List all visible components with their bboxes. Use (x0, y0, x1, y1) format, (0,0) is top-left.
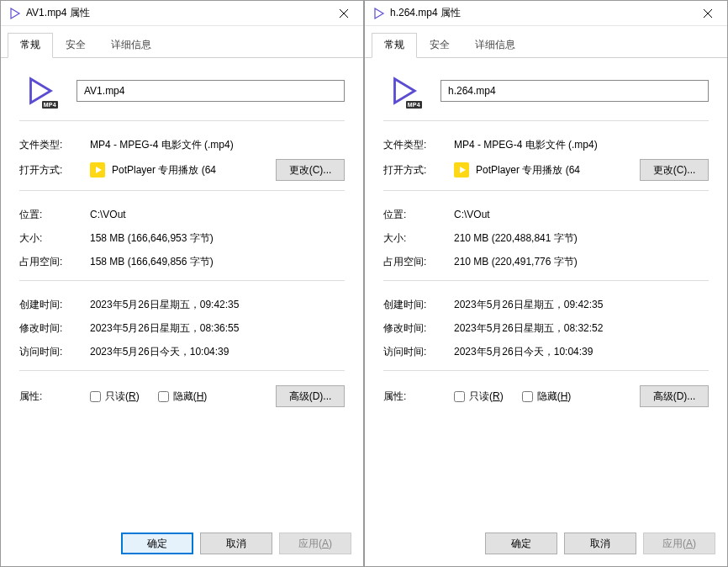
window-title: h.264.mp4 属性 (390, 6, 688, 20)
video-file-icon: MP4 (21, 73, 56, 109)
ok-button[interactable]: 确定 (485, 533, 557, 554)
size-value: 210 MB (220,488,841 字节) (454, 231, 709, 246)
svg-marker-3 (31, 79, 51, 103)
created-value: 2023年5月26日星期五，09:42:35 (90, 298, 345, 312)
apply-button[interactable]: 应用(A) (279, 533, 351, 554)
attributes-label: 属性: (19, 389, 90, 404)
location-value: C:\VOut (454, 209, 709, 220)
titlebar[interactable]: AV1.mp4 属性 (1, 1, 363, 26)
diskspace-label: 占用空间: (19, 255, 90, 269)
svg-marker-7 (395, 79, 415, 103)
tab-security[interactable]: 安全 (53, 33, 98, 57)
change-app-button[interactable]: 更改(C)... (276, 159, 345, 181)
location-value: C:\VOut (90, 209, 345, 220)
attributes-label: 属性: (383, 389, 454, 404)
filetype-value: MP4 - MPEG-4 电影文件 (.mp4) (454, 138, 709, 152)
modified-value: 2023年5月26日星期五，08:32:52 (454, 321, 709, 336)
titlebar[interactable]: h.264.mp4 属性 (365, 1, 727, 26)
tab-strip: 常规安全详细信息 (1, 26, 363, 58)
tab-general[interactable]: 常规 (372, 33, 417, 58)
diskspace-label: 占用空间: (383, 255, 454, 269)
tab-content: MP4文件类型:MP4 - MPEG-4 电影文件 (.mp4)打开方式:Pot… (365, 58, 727, 524)
created-label: 创建时间: (383, 298, 454, 312)
tab-content: MP4文件类型:MP4 - MPEG-4 电影文件 (.mp4)打开方式:Pot… (1, 58, 363, 524)
tab-strip: 常规安全详细信息 (365, 26, 727, 58)
readonly-checkbox[interactable]: 只读(R) (454, 389, 504, 404)
advanced-button[interactable]: 高级(D)... (276, 385, 345, 407)
file-icon (8, 7, 21, 20)
accessed-label: 访问时间: (19, 345, 90, 359)
potplayer-icon (454, 162, 469, 178)
openwith-label: 打开方式: (383, 163, 454, 178)
openwith-app: PotPlayer 专用播放 (64 (476, 163, 633, 178)
created-value: 2023年5月26日星期五，09:42:35 (454, 298, 709, 312)
file-icon (372, 7, 385, 20)
ok-button[interactable]: 确定 (121, 533, 193, 554)
change-app-button[interactable]: 更改(C)... (640, 159, 709, 181)
tab-details[interactable]: 详细信息 (98, 33, 164, 57)
openwith-label: 打开方式: (19, 163, 90, 178)
accessed-value: 2023年5月26日今天，10:04:39 (454, 345, 709, 359)
dialog-footer: 确定取消应用(A) (365, 524, 727, 566)
filename-input[interactable] (440, 80, 709, 102)
modified-label: 修改时间: (19, 321, 90, 336)
diskspace-value: 210 MB (220,491,776 字节) (454, 255, 709, 269)
window-title: AV1.mp4 属性 (26, 6, 324, 20)
potplayer-icon (90, 162, 105, 178)
cancel-button[interactable]: 取消 (200, 533, 272, 554)
filetype-label: 文件类型: (19, 138, 90, 152)
hidden-checkbox[interactable]: 隐藏(H) (158, 389, 208, 404)
location-label: 位置: (383, 208, 454, 222)
properties-dialog: AV1.mp4 属性常规安全详细信息MP4文件类型:MP4 - MPEG-4 电… (0, 0, 364, 567)
modified-value: 2023年5月26日星期五，08:36:55 (90, 321, 345, 336)
tab-general[interactable]: 常规 (8, 33, 53, 58)
svg-marker-0 (11, 8, 19, 19)
created-label: 创建时间: (19, 298, 90, 312)
cancel-button[interactable]: 取消 (564, 533, 636, 554)
close-button[interactable] (688, 1, 727, 26)
tab-details[interactable]: 详细信息 (462, 33, 528, 57)
properties-dialog: h.264.mp4 属性常规安全详细信息MP4文件类型:MP4 - MPEG-4… (364, 0, 728, 567)
location-label: 位置: (19, 208, 90, 222)
filetype-value: MP4 - MPEG-4 电影文件 (.mp4) (90, 138, 345, 152)
tab-security[interactable]: 安全 (417, 33, 462, 57)
apply-button[interactable]: 应用(A) (643, 533, 715, 554)
filename-input[interactable] (76, 80, 345, 102)
accessed-value: 2023年5月26日今天，10:04:39 (90, 345, 345, 359)
video-file-icon: MP4 (385, 73, 420, 109)
modified-label: 修改时间: (383, 321, 454, 336)
advanced-button[interactable]: 高级(D)... (640, 385, 709, 407)
close-button[interactable] (324, 1, 363, 26)
dialog-footer: 确定取消应用(A) (1, 524, 363, 566)
hidden-checkbox[interactable]: 隐藏(H) (522, 389, 572, 404)
size-label: 大小: (383, 231, 454, 246)
size-value: 158 MB (166,646,953 字节) (90, 231, 345, 246)
diskspace-value: 158 MB (166,649,856 字节) (90, 255, 345, 269)
openwith-app: PotPlayer 专用播放 (64 (112, 163, 269, 178)
readonly-checkbox[interactable]: 只读(R) (90, 389, 140, 404)
svg-marker-4 (375, 8, 383, 19)
accessed-label: 访问时间: (383, 345, 454, 359)
size-label: 大小: (19, 231, 90, 246)
filetype-label: 文件类型: (383, 138, 454, 152)
